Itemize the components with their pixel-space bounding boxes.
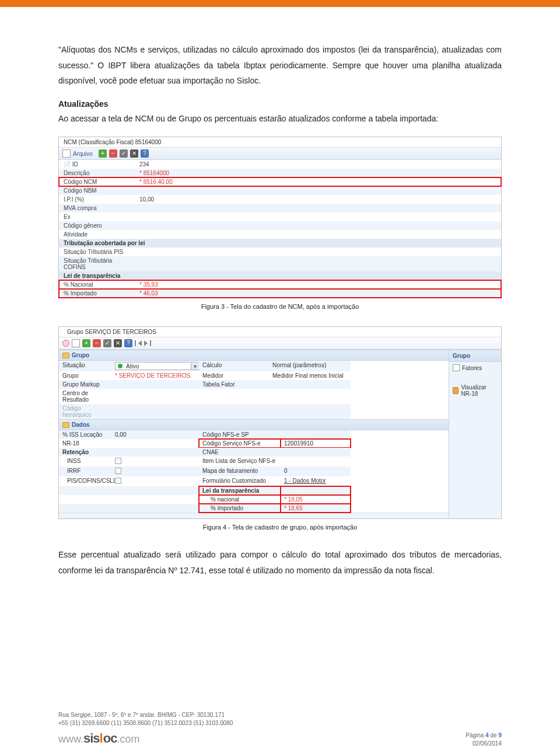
field-codigo-nbm-value[interactable] [135,186,501,195]
delete-button[interactable]: − [93,339,101,347]
caption-figura-3: Figura 3 - Tela do cadastro de NCM, após… [58,303,502,310]
inss-checkbox[interactable] [115,458,121,464]
field-pct-importado-grupo-value[interactable]: * 18,65 [284,505,303,511]
piscofins-checkbox[interactable] [115,478,121,484]
footer-date: 02/06/2014 [466,740,502,748]
field-sit-pis-label: Situação Tributária PIS [59,248,135,256]
paragraph-conclusao: Esse percentual atualizado será utilizad… [58,547,502,578]
panel-dados-header: Dados [59,419,449,430]
cancel-button[interactable]: ✕ [130,149,138,158]
section-tributacao: Tributação acobertada por lei [59,239,501,248]
page-footer: Rua Sergipe, 1087 - 5º, 6º e 7º andar. B… [58,711,502,748]
field-cnae-label: CNAE [199,448,281,457]
menu-arquivo[interactable]: Arquivo [73,151,93,157]
field-pct-nacional-grupo-label: % nacional [199,495,281,504]
field-medidor-value[interactable]: Medidor Final menos Inicial [269,371,351,380]
field-pct-nacional-value[interactable]: * 35,93 [135,280,501,289]
footer-brand: www.sisloc.com [58,730,233,748]
record-icon[interactable] [62,340,69,347]
list-icon [453,364,460,371]
grupo-toolbar: + − ✓ ✕ ? [59,337,501,350]
field-situacao-value: Ativo [125,363,191,370]
field-piscofins-label: PIS/COFINS/CSLL [59,476,111,486]
field-iss-label: % ISS Locação [59,430,111,439]
field-centro-resultado-label: Centro de Resultado [59,389,111,404]
field-grupo-label: Grupo [59,371,111,380]
field-grupo-markup-label: Grupo Markup [59,380,111,389]
heading-atualizacoes: Atualizações [58,99,502,109]
field-ex-label: Ex [59,212,135,221]
help-button[interactable]: ? [124,339,132,347]
irrf-checkbox[interactable] [115,468,121,474]
nav-first-icon[interactable] [135,340,136,346]
field-codigo-ncm-value[interactable]: * 8516.40.00 [135,177,501,186]
field-calculo-value[interactable]: Normal (parâmetros) [269,361,351,371]
side-item-visualizar-nr18[interactable]: Visualizar NR-18 [449,382,501,399]
add-button[interactable]: + [82,339,90,347]
preview-icon [453,387,459,394]
field-codigo-ncm-label: Código NCM [59,177,135,186]
section-lei-transparencia: Lei de transparência [59,271,501,280]
field-codigo-servico-nfse-label: Código Serviço NFS-e [199,439,281,448]
side-item-fatores[interactable]: Fatores [449,362,501,374]
field-codigo-nfse-sp-label: Código NFS-e SP [199,430,281,439]
paragraph-intro: "Alíquotas dos NCMs e serviços, utilizad… [58,42,502,89]
field-tabela-fator-label: Tabela Fator [199,380,269,389]
field-pct-importado-label: % Importado [59,289,135,298]
field-descricao-value[interactable]: * 85164000 [135,169,501,177]
ncm-fields-table: 📄 ID234 Descrição* 85164000 Código NCM* … [59,160,501,298]
grupo-window-title: Grupo SERVIÇO DE TERCEIROS [59,327,501,337]
field-nr18-label: NR-18 [59,439,111,448]
field-pct-nacional-label: % Nacional [59,280,135,289]
folder-icon [62,353,69,358]
side-panel: Grupo Fatores Visualizar NR-18 [449,350,501,518]
field-pct-nacional-grupo-value[interactable]: * 18,05 [284,496,303,503]
field-id-value: 234 [135,160,501,169]
field-lei-transparencia-label: Lei da transparência [199,486,281,495]
field-descricao-label: Descrição [59,169,135,177]
field-retencao-label: Retenção [59,448,111,457]
field-medidor-label: Medidor [199,371,269,380]
nav-last-icon[interactable] [150,340,151,346]
delete-button[interactable]: − [109,149,117,158]
field-codigo-nbm-label: Código NBM [59,186,135,195]
field-situacao-label: Situação [59,361,111,371]
document-icon [62,149,71,158]
help-button[interactable]: ? [141,149,149,158]
side-panel-header: Grupo [449,350,501,362]
field-mapa-faturamento-label: Mapa de faturamento [199,466,281,476]
field-iss-value[interactable]: 0,00 [111,430,199,439]
field-situacao-combo[interactable]: Ativo ▾ [115,362,200,370]
ncm-window-title: NCM (Classificação Fiscal) 85164000 [59,137,501,148]
field-grupo-value[interactable]: * SERVIÇO DE TERCEIROS [115,372,190,379]
field-pct-importado-value[interactable]: * 46,03 [135,289,501,298]
document-icon[interactable] [72,339,80,347]
confirm-button[interactable]: ✓ [120,149,128,158]
field-formulario-label: Formulário Customizado [199,476,281,486]
footer-page-number: Página 4 de 9 [466,731,502,740]
field-ipi-value[interactable]: 10,00 [135,195,501,204]
screenshot-ncm: NCM (Classificação Fiscal) 85164000 Arqu… [58,137,502,298]
field-codigo-servico-nfse-value[interactable]: 120019910 [281,439,351,448]
confirm-button[interactable]: ✓ [103,339,111,347]
folder-icon [62,422,69,428]
field-item-lista-label: Item Lista de Serviço NFS-e [199,457,281,466]
field-mva-label: MVA compra [59,204,135,212]
page-top-accent [0,0,560,7]
cancel-button[interactable]: ✕ [114,339,122,347]
nav-prev-icon[interactable] [138,340,142,346]
field-atividade-label: Atividade [59,230,135,239]
nav-next-icon[interactable] [144,340,148,346]
screenshot-grupo: Grupo SERVIÇO DE TERCEIROS + − ✓ ✕ ? Gru… [58,326,502,519]
page-content: "Alíquotas dos NCMs e serviços, utilizad… [0,7,560,595]
add-button[interactable]: + [99,149,107,158]
field-mapa-faturamento-value[interactable]: 0 [281,466,351,476]
panel-grupo-header: Grupo [59,350,449,361]
field-id-label: 📄 ID [64,161,78,168]
field-irrf-label: IRRF [59,466,111,476]
field-formulario-value[interactable]: 1 - Dados Motor [281,476,351,486]
status-dot-icon [118,364,123,368]
chevron-down-icon: ▾ [191,363,199,370]
field-calculo-label: Cálculo [199,361,269,371]
footer-address-line1: Rua Sergipe, 1087 - 5º, 6º e 7º andar. B… [58,711,233,719]
